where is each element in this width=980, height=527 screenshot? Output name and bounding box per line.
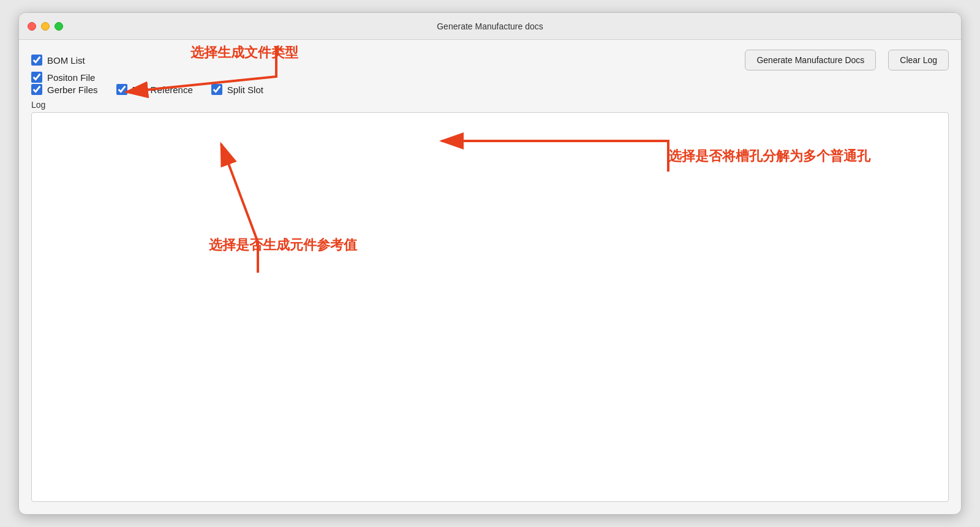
split-slot-label: Split Slot	[227, 85, 263, 95]
bom-list-checkbox[interactable]	[31, 55, 42, 66]
bom-list-label: BOM List	[47, 55, 85, 66]
plot-reference-checkbox[interactable]	[116, 84, 127, 95]
minimize-button[interactable]	[41, 22, 50, 31]
row-1-controls: BOM List	[31, 55, 85, 66]
content-area: 选择生成文件类型 BOM List Generate Manufacture D…	[19, 40, 961, 514]
plot-reference-checkbox-label[interactable]: Plot Reference	[116, 84, 193, 95]
gerber-files-checkbox-label[interactable]: Gerber Files	[31, 84, 98, 95]
split-slot-checkbox-label[interactable]: Split Slot	[211, 84, 263, 95]
row-3-controls: Gerber Files Plot Reference Split Slot	[31, 84, 949, 95]
close-button[interactable]	[28, 22, 36, 31]
bom-list-checkbox-label[interactable]: BOM List	[31, 55, 85, 66]
log-area[interactable]	[31, 112, 949, 502]
title-bar: Generate Manufacture docs	[19, 13, 961, 40]
maximize-button[interactable]	[55, 22, 63, 31]
plot-reference-label: Plot Reference	[132, 85, 193, 95]
log-label: Log	[31, 100, 949, 110]
position-file-label: Positon File	[47, 72, 95, 83]
top-controls: 选择生成文件类型 BOM List Generate Manufacture D…	[19, 45, 961, 100]
clear-log-button[interactable]: Clear Log	[888, 50, 949, 70]
traffic-lights	[28, 22, 63, 31]
row-2-controls: Positon File	[31, 72, 949, 83]
log-section: Log	[19, 100, 961, 514]
buttons-area: Generate Manufacture Docs Clear Log	[745, 50, 949, 70]
main-window: Generate Manufacture docs 选择生成文件类型 BOM L…	[18, 12, 962, 515]
generate-button[interactable]: Generate Manufacture Docs	[745, 50, 876, 70]
gerber-files-checkbox[interactable]	[31, 84, 42, 95]
gerber-files-label: Gerber Files	[47, 85, 98, 95]
split-slot-checkbox[interactable]	[211, 84, 222, 95]
position-file-checkbox[interactable]	[31, 72, 42, 83]
window-title: Generate Manufacture docs	[437, 21, 543, 31]
position-file-checkbox-label[interactable]: Positon File	[31, 72, 95, 83]
